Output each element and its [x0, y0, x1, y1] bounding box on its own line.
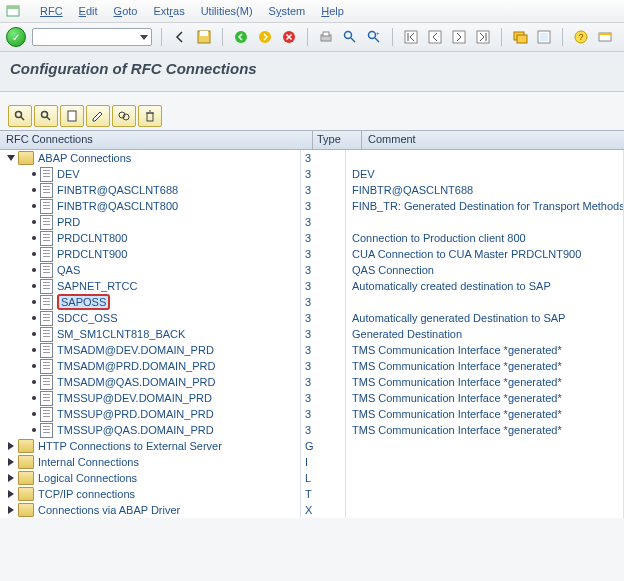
expand-icon[interactable] [6, 153, 16, 163]
menu-help[interactable]: Help [321, 5, 344, 17]
collapse-icon[interactable] [6, 441, 16, 451]
delete-button[interactable] [138, 105, 162, 127]
print-icon[interactable] [317, 28, 335, 46]
next-page-icon[interactable] [450, 28, 468, 46]
leaf-bullet-icon [32, 428, 36, 432]
generate-shortcut-icon[interactable] [535, 28, 553, 46]
collapse-icon[interactable] [6, 505, 16, 515]
display-button[interactable] [112, 105, 136, 127]
back-icon[interactable] [171, 28, 189, 46]
node-label: SAPNET_RTCC [57, 278, 137, 294]
tree-node-item[interactable]: TMSADM@DEV.DOMAIN_PRD3TMS Communication … [0, 342, 624, 358]
leaf-bullet-icon [32, 204, 36, 208]
tree-node-item[interactable]: SDCC_OSS3Automatically generated Destina… [0, 310, 624, 326]
collapse-icon[interactable] [6, 473, 16, 483]
cell-type: 3 [301, 150, 346, 166]
menu-utilities[interactable]: Utilities(M) [201, 5, 253, 17]
tree-node-item[interactable]: FINBTR@QASCLNT8003FINB_TR: Generated Des… [0, 198, 624, 214]
tree-node-item[interactable]: TMSSUP@DEV.DOMAIN_PRD3TMS Communication … [0, 390, 624, 406]
tree-node-item[interactable]: SAPNET_RTCC3Automatically created destin… [0, 278, 624, 294]
tree-node-item[interactable]: FINBTR@QASCLNT6883FINBTR@QASCLNT688 [0, 182, 624, 198]
menu-system[interactable]: System [269, 5, 306, 17]
tree-node-item[interactable]: DEV3DEV [0, 166, 624, 182]
svg-point-11 [369, 32, 376, 39]
title-area: Configuration of RFC Connections [0, 52, 624, 92]
menu-goto[interactable]: Goto [114, 5, 138, 17]
cell-comment [346, 150, 624, 166]
find-button[interactable] [8, 105, 32, 127]
help-icon[interactable]: ? [572, 28, 590, 46]
col-header-comment[interactable]: Comment [362, 131, 624, 149]
svg-rect-16 [453, 31, 465, 43]
tree-node-item[interactable]: QAS3QAS Connection [0, 262, 624, 278]
node-label: FINBTR@QASCLNT800 [57, 198, 178, 214]
svg-line-10 [351, 38, 355, 42]
tree-node-item[interactable]: PRDCLNT8003Connection to Production clie… [0, 230, 624, 246]
tree-node-folder[interactable]: TCP/IP connectionsT [0, 486, 624, 502]
leaf-bullet-icon [32, 284, 36, 288]
tree-node-folder[interactable]: Internal ConnectionsI [0, 454, 624, 470]
save-icon[interactable] [195, 28, 213, 46]
tree-node-abap-connections[interactable]: ABAP Connections3 [0, 150, 624, 166]
leaf-bullet-icon [32, 236, 36, 240]
change-button[interactable] [86, 105, 110, 127]
layout-menu-icon[interactable] [596, 28, 614, 46]
enter-button[interactable]: ✓ [6, 27, 26, 47]
find-next-button[interactable] [34, 105, 58, 127]
new-session-icon[interactable] [511, 28, 529, 46]
tree-node-item[interactable]: TMSSUP@QAS.DOMAIN_PRD3TMS Communication … [0, 422, 624, 438]
tree-node-item[interactable]: PRDCLNT9003CUA Connection to CUA Master … [0, 246, 624, 262]
tree-node-item[interactable]: TMSADM@QAS.DOMAIN_PRD3TMS Communication … [0, 374, 624, 390]
tree-node-item[interactable]: TMSSUP@PRD.DOMAIN_PRD3TMS Communication … [0, 406, 624, 422]
folder-icon [18, 151, 34, 165]
node-label: TMSSUP@DEV.DOMAIN_PRD [57, 390, 212, 406]
collapse-icon[interactable] [6, 489, 16, 499]
create-button[interactable] [60, 105, 84, 127]
col-header-type[interactable]: Type [313, 131, 362, 149]
cell-comment: TMS Communication Interface *generated* [346, 422, 624, 438]
col-header-name[interactable]: RFC Connections [0, 131, 313, 149]
cell-comment: TMS Communication Interface *generated* [346, 374, 624, 390]
leaf-bullet-icon [32, 300, 36, 304]
cell-type: 3 [301, 246, 346, 262]
node-label: TMSSUP@QAS.DOMAIN_PRD [57, 422, 214, 438]
cell-type: 3 [301, 278, 346, 294]
first-page-icon[interactable] [402, 28, 420, 46]
cell-type: G [301, 438, 346, 454]
tree-node-item[interactable]: SM_SM1CLNT818_BACK3Generated Destination [0, 326, 624, 342]
document-icon [40, 263, 53, 278]
leaf-bullet-icon [32, 252, 36, 256]
collapse-icon[interactable] [6, 457, 16, 467]
svg-point-26 [16, 112, 22, 118]
window-menu-icon[interactable] [6, 4, 20, 18]
back-green-icon[interactable] [232, 28, 250, 46]
folder-icon [18, 487, 34, 501]
find-icon[interactable] [341, 28, 359, 46]
cell-type: 3 [301, 390, 346, 406]
tree-node-folder[interactable]: Connections via ABAP DriverX [0, 502, 624, 518]
tree-node-folder[interactable]: HTTP Connections to External ServerG [0, 438, 624, 454]
tree-node-folder[interactable]: Logical ConnectionsL [0, 470, 624, 486]
tree-node-item[interactable]: PRD3 [0, 214, 624, 230]
svg-rect-17 [477, 31, 489, 43]
menu-rfc[interactable]: RFC [40, 5, 63, 17]
exit-icon[interactable] [256, 28, 274, 46]
leaf-bullet-icon [32, 268, 36, 272]
menu-edit[interactable]: Edit [79, 5, 98, 17]
cell-type: 3 [301, 198, 346, 214]
cell-type: 3 [301, 294, 346, 310]
menu-extras[interactable]: Extras [153, 5, 184, 17]
tree-node-item[interactable]: SAPOSS3 [0, 294, 624, 310]
cell-comment: Automatically created destination to SAP [346, 278, 624, 294]
command-field[interactable] [32, 28, 152, 46]
prev-page-icon[interactable] [426, 28, 444, 46]
node-label: QAS [57, 262, 80, 278]
last-page-icon[interactable] [474, 28, 492, 46]
find-next-icon[interactable]: + [365, 28, 383, 46]
svg-rect-19 [517, 35, 527, 43]
cancel-icon[interactable] [280, 28, 298, 46]
svg-point-5 [259, 31, 271, 43]
chevron-down-icon [140, 35, 148, 40]
tree-node-item[interactable]: TMSADM@PRD.DOMAIN_PRD3TMS Communication … [0, 358, 624, 374]
cell-type: 3 [301, 230, 346, 246]
